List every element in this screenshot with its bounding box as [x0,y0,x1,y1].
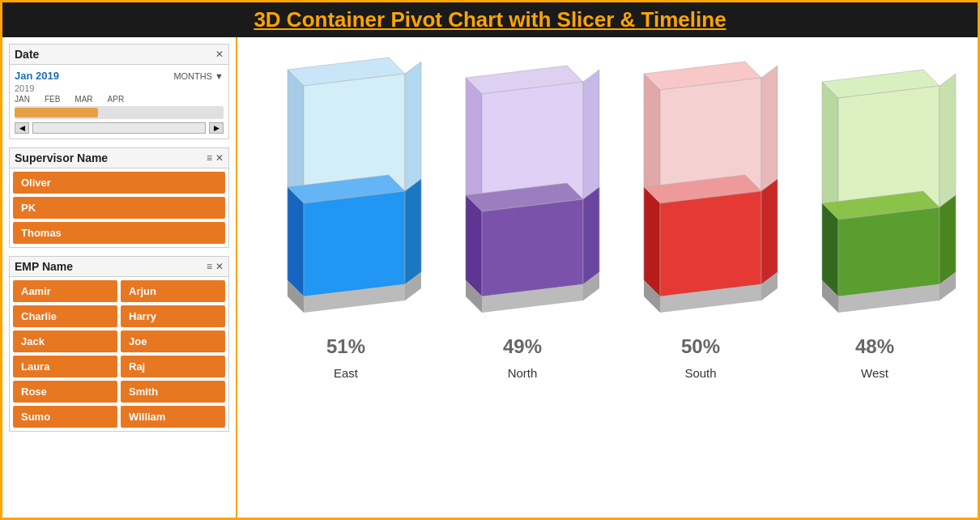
timeline-month-labels: JAN FEB MAR APR [15,95,224,104]
svg-marker-16 [466,195,482,296]
supervisor-multiselect-icon[interactable]: ≡ [207,152,212,164]
emp-slicer: EMP Name ≡ ✕ Aamir Arjun Charlie Harry J… [9,256,229,432]
timeline-fill [15,108,98,117]
emp-item-joe[interactable]: Joe [121,330,225,352]
date-slicer: Date ✕ Jan 2019 MONTHS ▼ 2019 [9,44,229,139]
month-apr: APR [108,95,125,104]
supervisor-slicer-items: Oliver PK Thomas [10,168,228,247]
supervisor-slicer-icons: ≡ ✕ [207,152,224,164]
south-pct: 50% [681,335,720,357]
east-label: East [334,366,359,380]
emp-item-jack[interactable]: Jack [13,330,117,352]
timeline-nav: ◀ ▶ [15,122,224,134]
supervisor-slicer-header: Supervisor Name ≡ ✕ [10,148,228,168]
date-slicer-title: Date [15,48,39,61]
timeline-period-label[interactable]: MONTHS ▼ [173,71,224,81]
chart-area: 51% East [237,37,978,518]
emp-item-aamir[interactable]: Aamir [13,280,117,302]
south-bar-fill [644,175,778,296]
page-title: 3D Container Pivot Chart with Slicer & T… [11,7,969,32]
emp-item-smith[interactable]: Smith [121,381,225,403]
east-pct: 51% [326,335,365,357]
emp-slicer-items-grid: Aamir Arjun Charlie Harry Jack Joe Laura… [10,277,228,431]
supervisor-slicer-title: Supervisor Name [15,151,108,164]
supervisor-slicer: Supervisor Name ≡ ✕ Oliver PK Thomas [9,147,229,248]
west-pct: 48% [855,335,894,357]
supervisor-item-oliver[interactable]: Oliver [13,172,225,194]
svg-marker-6 [304,191,405,296]
svg-marker-38 [822,203,838,296]
svg-marker-7 [405,179,421,284]
emp-item-william[interactable]: William [121,406,225,428]
svg-marker-18 [583,187,599,284]
emp-item-charlie[interactable]: Charlie [13,305,117,327]
svg-marker-39 [838,207,940,296]
timeline-year: 2019 [15,83,224,93]
emp-clear-icon[interactable]: ✕ [215,261,224,272]
chart-svg: 51% East [247,45,960,467]
supervisor-item-pk[interactable]: PK [13,197,225,219]
emp-multiselect-icon[interactable]: ≡ [207,261,212,272]
emp-item-rose[interactable]: Rose [13,381,117,403]
emp-slicer-header: EMP Name ≡ ✕ [10,257,228,277]
page-wrapper: 3D Container Pivot Chart with Slicer & T… [0,0,980,520]
west-label: West [861,366,889,380]
svg-marker-5 [288,187,304,296]
svg-marker-27 [644,187,660,296]
emp-item-laura[interactable]: Laura [13,356,117,377]
emp-item-harry[interactable]: Harry [121,305,225,327]
timeline-selected-date: Jan 2019 [15,70,59,82]
north-label: North [508,366,538,380]
emp-slicer-icons: ≡ ✕ [207,261,224,272]
date-slicer-header: Date ✕ [10,45,228,65]
date-slicer-icons: ✕ [215,49,224,60]
timeline-next-btn[interactable]: ▶ [209,122,224,134]
timeline-top-row: Jan 2019 MONTHS ▼ [15,70,224,82]
north-bar-fill [466,183,599,296]
west-bar-fill [822,191,956,296]
svg-marker-17 [482,199,583,296]
east-bar-fill [288,175,421,296]
timeline-track[interactable] [15,106,224,119]
supervisor-item-thomas[interactable]: Thomas [13,222,225,244]
svg-marker-40 [940,195,956,284]
emp-item-sumo[interactable]: Sumo [13,406,117,428]
timeline-body: Jan 2019 MONTHS ▼ 2019 JAN FEB MAR APR [10,65,228,139]
left-panel: Date ✕ Jan 2019 MONTHS ▼ 2019 [2,37,237,518]
emp-slicer-title: EMP Name [15,260,73,273]
timeline-scroll-track[interactable] [32,122,206,134]
month-mar: MAR [75,95,92,104]
title-bar: 3D Container Pivot Chart with Slicer & T… [2,2,978,37]
emp-item-raj[interactable]: Raj [121,356,225,377]
timeline-prev-btn[interactable]: ◀ [15,122,29,134]
svg-marker-28 [660,191,761,296]
svg-marker-29 [761,179,778,284]
supervisor-clear-icon[interactable]: ✕ [215,152,224,164]
month-jan: JAN [15,95,30,104]
emp-item-arjun[interactable]: Arjun [121,280,225,302]
filter-clear-icon[interactable]: ✕ [215,49,224,60]
main-content: Date ✕ Jan 2019 MONTHS ▼ 2019 [2,37,978,518]
month-feb: FEB [45,95,60,104]
north-pct: 49% [503,335,542,357]
south-label: South [684,366,716,380]
